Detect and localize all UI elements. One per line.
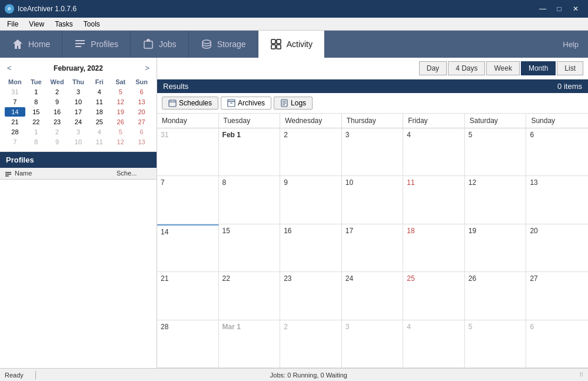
mini-cal-day-today[interactable]: 14 bbox=[5, 107, 25, 117]
cal-cell[interactable]: 6 bbox=[526, 320, 588, 367]
cal-cell[interactable]: 12 bbox=[465, 176, 527, 223]
cal-cell[interactable]: 15 bbox=[219, 224, 281, 271]
mini-cal-day[interactable]: 2 bbox=[47, 127, 68, 137]
menu-file[interactable]: File bbox=[2, 19, 23, 29]
mini-cal-day[interactable]: 1 bbox=[26, 127, 46, 137]
cal-cell[interactable]: 3 bbox=[342, 128, 404, 175]
cal-cell[interactable]: 8 bbox=[219, 176, 281, 223]
sub-tab-archives[interactable]: Archives bbox=[221, 97, 271, 110]
cal-cell[interactable]: 5 bbox=[465, 320, 527, 367]
view-list-button[interactable]: List bbox=[557, 61, 583, 75]
tab-home[interactable]: Home bbox=[0, 31, 62, 58]
cal-cell[interactable]: 23 bbox=[280, 272, 342, 319]
cal-cell[interactable]: 17 bbox=[342, 224, 404, 271]
mini-cal-day[interactable]: 5 bbox=[110, 87, 131, 97]
cal-cell[interactable]: 24 bbox=[342, 272, 404, 319]
mini-cal-day[interactable]: 10 bbox=[68, 137, 89, 147]
cal-cell[interactable]: 27 bbox=[526, 272, 588, 319]
cal-cell[interactable]: 5 bbox=[465, 128, 527, 175]
mini-cal-day[interactable]: 2 bbox=[47, 87, 68, 97]
cal-cell[interactable]: 11 bbox=[403, 176, 465, 223]
cal-cell[interactable]: 19 bbox=[465, 224, 527, 271]
cal-cell[interactable]: 7 bbox=[157, 176, 219, 223]
cal-cell[interactable]: 26 bbox=[465, 272, 527, 319]
mini-cal-day[interactable]: 1 bbox=[26, 87, 46, 97]
cal-cell[interactable]: 10 bbox=[342, 176, 404, 223]
cal-cell[interactable]: 4 bbox=[403, 128, 465, 175]
menu-tools[interactable]: Tools bbox=[79, 19, 105, 29]
cal-cell[interactable]: 20 bbox=[526, 224, 588, 271]
mini-cal-day[interactable]: 24 bbox=[68, 117, 89, 127]
cal-cell[interactable]: 13 bbox=[526, 176, 588, 223]
mini-cal-day[interactable]: 18 bbox=[89, 107, 109, 117]
cal-cell[interactable]: 28 bbox=[157, 320, 219, 367]
cal-cell[interactable]: 2 bbox=[280, 128, 342, 175]
view-week-button[interactable]: Week bbox=[486, 61, 519, 75]
cal-cell[interactable]: 22 bbox=[219, 272, 281, 319]
mini-cal-day[interactable]: 4 bbox=[89, 87, 109, 97]
mini-cal-day[interactable]: 9 bbox=[47, 97, 68, 107]
mini-cal-day[interactable]: 7 bbox=[5, 137, 25, 147]
mini-cal-day[interactable]: 5 bbox=[110, 127, 131, 137]
view-day-button[interactable]: Day bbox=[419, 61, 447, 75]
cal-cell[interactable]: 16 bbox=[280, 224, 342, 271]
tab-jobs[interactable]: Jobs bbox=[131, 31, 189, 58]
cal-cell-today[interactable]: 14 bbox=[157, 224, 219, 271]
mini-cal-day[interactable]: 17 bbox=[68, 107, 89, 117]
maximize-button[interactable]: □ bbox=[552, 3, 567, 15]
menu-tasks[interactable]: Tasks bbox=[50, 19, 78, 29]
mini-cal-day[interactable]: 16 bbox=[47, 107, 68, 117]
mini-cal-prev[interactable]: < bbox=[5, 62, 14, 74]
menu-view[interactable]: View bbox=[24, 19, 49, 29]
cal-cell[interactable]: 31 bbox=[157, 128, 219, 175]
close-button[interactable]: ✕ bbox=[568, 3, 583, 15]
sub-tab-logs[interactable]: Logs bbox=[274, 97, 313, 110]
mini-cal-day[interactable]: 26 bbox=[110, 117, 131, 127]
cal-cell[interactable]: 4 bbox=[403, 320, 465, 367]
tab-activity[interactable]: Activity bbox=[258, 31, 325, 58]
mini-cal-day[interactable]: 13 bbox=[131, 137, 152, 147]
mini-cal-next[interactable]: > bbox=[142, 62, 152, 74]
mini-cal-day[interactable]: 4 bbox=[89, 127, 109, 137]
mini-cal-day[interactable]: 7 bbox=[5, 97, 25, 107]
mini-cal-day[interactable]: 22 bbox=[26, 117, 46, 127]
mini-cal-day[interactable]: 6 bbox=[131, 127, 152, 137]
mini-cal-day[interactable]: 9 bbox=[47, 137, 68, 147]
mini-cal-day[interactable]: 20 bbox=[131, 107, 152, 117]
cal-cell[interactable]: 3 bbox=[342, 320, 404, 367]
mini-cal-day[interactable]: 8 bbox=[26, 97, 46, 107]
mini-cal-day[interactable]: 15 bbox=[26, 107, 46, 117]
cal-cell[interactable]: Mar 1 bbox=[219, 320, 281, 367]
mini-cal-day[interactable]: 12 bbox=[110, 97, 131, 107]
minimize-button[interactable]: — bbox=[535, 3, 550, 15]
mini-cal-day[interactable]: 19 bbox=[110, 107, 131, 117]
mini-cal-day[interactable]: 21 bbox=[5, 117, 25, 127]
view-month-button[interactable]: Month bbox=[521, 61, 556, 75]
cal-cell[interactable]: 18 bbox=[403, 224, 465, 271]
mini-cal-day[interactable]: 31 bbox=[5, 87, 25, 97]
tab-profiles[interactable]: Profiles bbox=[62, 31, 131, 58]
cal-cell[interactable]: 21 bbox=[157, 272, 219, 319]
mini-cal-day[interactable]: 28 bbox=[5, 127, 25, 137]
mini-cal-day[interactable]: 6 bbox=[131, 87, 152, 97]
sub-tab-schedules[interactable]: Schedules bbox=[162, 97, 218, 110]
mini-cal-day[interactable]: 13 bbox=[131, 97, 152, 107]
view-4days-button[interactable]: 4 Days bbox=[448, 61, 485, 75]
cal-cell[interactable]: 6 bbox=[526, 128, 588, 175]
mini-cal-day[interactable]: 11 bbox=[89, 97, 109, 107]
mini-cal-day[interactable]: 8 bbox=[26, 137, 46, 147]
mini-cal-day[interactable]: 3 bbox=[68, 87, 89, 97]
cal-cell[interactable]: 9 bbox=[280, 176, 342, 223]
tab-storage[interactable]: Storage bbox=[189, 31, 258, 58]
mini-cal-day[interactable]: 10 bbox=[68, 97, 89, 107]
mini-cal-day[interactable]: 3 bbox=[68, 127, 89, 137]
help-button[interactable]: Help bbox=[553, 31, 588, 58]
cal-cell[interactable]: Feb 1 bbox=[219, 128, 281, 175]
mini-cal-day[interactable]: 11 bbox=[89, 137, 109, 147]
mini-cal-day[interactable]: 25 bbox=[89, 117, 109, 127]
cal-cell[interactable]: 25 bbox=[403, 272, 465, 319]
cal-cell[interactable]: 2 bbox=[280, 320, 342, 367]
mini-cal-day[interactable]: 23 bbox=[47, 117, 68, 127]
mini-cal-day[interactable]: 12 bbox=[110, 137, 131, 147]
mini-cal-day[interactable]: 27 bbox=[131, 117, 152, 127]
